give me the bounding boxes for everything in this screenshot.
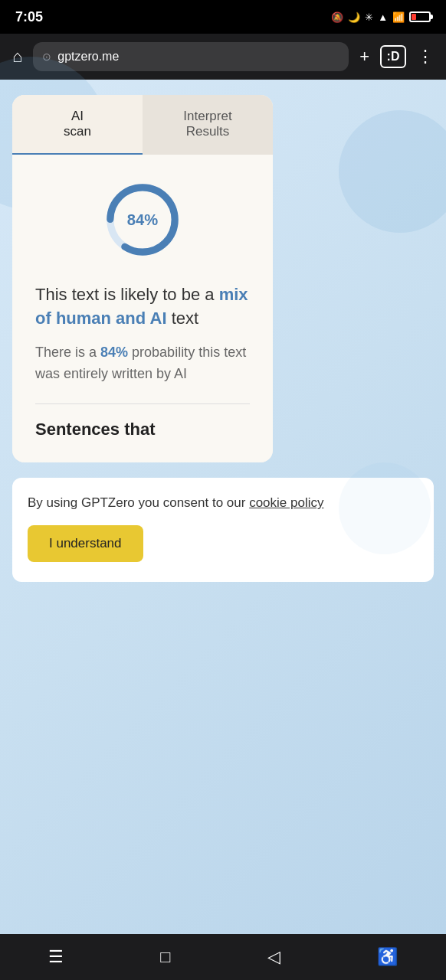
accessibility-icon: ♿ [377, 947, 398, 967]
wifi-icon: ▲ [378, 11, 388, 23]
silent-icon: 🔕 [331, 11, 343, 23]
battery-icon [409, 11, 431, 22]
prob-prefix: There is a [35, 345, 100, 360]
tab-bar: AIscan InterpretResults [12, 95, 273, 155]
divider [35, 403, 250, 404]
prob-value: 84% [100, 345, 128, 360]
tab-interpret-results[interactable]: InterpretResults [143, 95, 273, 155]
battery-fill [412, 14, 416, 20]
result-card: AIscan InterpretResults 84% This text is… [12, 95, 273, 462]
card-body: 84% This text is likely to be a mix of h… [12, 155, 273, 462]
bg-decoration-2 [339, 110, 446, 233]
cookie-policy-link[interactable]: cookie policy [249, 495, 323, 510]
bluetooth-icon: ✳ [365, 11, 373, 23]
status-time: 7:05 [15, 9, 43, 25]
result-suffix: text [167, 309, 199, 328]
url-text: gptzero.me [57, 50, 339, 64]
understand-button[interactable]: I understand [28, 525, 143, 562]
back-button[interactable]: ◁ [252, 941, 296, 973]
home-nav-icon: □ [160, 947, 170, 967]
tab-switcher-button[interactable]: :D [380, 45, 406, 68]
signal-icon: 📶 [392, 11, 405, 23]
tab-switcher-icon: :D [387, 50, 400, 64]
result-prefix: This text is likely to be a [35, 285, 219, 304]
tab-ai-scan[interactable]: AIscan [12, 95, 143, 155]
home-nav-button[interactable]: □ [145, 941, 185, 973]
add-tab-icon: + [359, 47, 369, 67]
chart-container: 84% [35, 178, 250, 262]
result-summary: This text is likely to be a mix of human… [35, 283, 250, 331]
menu-icon: ☰ [48, 947, 64, 967]
url-bar[interactable]: ⊙ gptzero.me [33, 42, 349, 71]
status-icons: 🔕 🌙 ✳ ▲ 📶 [331, 11, 431, 23]
probability-text: There is a 84% probability this text was… [35, 341, 250, 386]
status-bar: 7:05 🔕 🌙 ✳ ▲ 📶 [0, 0, 446, 34]
moon-icon: 🌙 [348, 11, 360, 23]
donut-chart: 84% [100, 178, 185, 262]
main-content: AIscan InterpretResults 84% This text is… [0, 80, 446, 934]
bottom-nav: ☰ □ ◁ ♿ [0, 934, 446, 980]
sentences-heading: Sentences that [35, 420, 250, 439]
bg-decoration-3 [339, 462, 431, 554]
more-options-button[interactable]: ⋮ [414, 44, 437, 70]
add-tab-button[interactable]: + [356, 44, 372, 70]
accessibility-button[interactable]: ♿ [362, 941, 413, 973]
back-icon: ◁ [267, 947, 280, 967]
donut-percentage: 84% [127, 211, 158, 228]
menu-button[interactable]: ☰ [33, 941, 79, 973]
